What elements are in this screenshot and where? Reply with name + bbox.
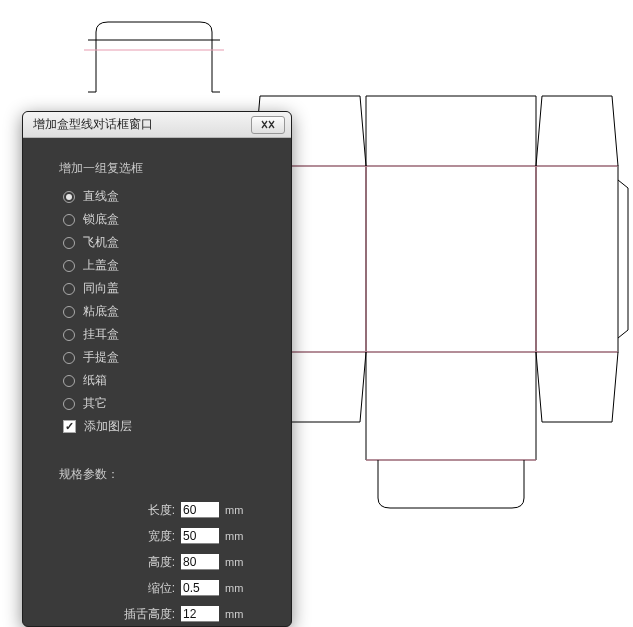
unit-label: mm [225,582,245,594]
radio-icon [63,214,75,226]
dialog-body: 增加一组复选框 直线盒 锁底盒 飞机盒 上盖盒 同向盖 [23,138,291,627]
radio-icon [63,306,75,318]
param-label: 缩位: [148,580,175,597]
option-label: 直线盒 [83,188,119,205]
dialog-titlebar[interactable]: 增加盒型线对话框窗口 [23,112,291,138]
radio-icon [63,329,75,341]
param-length: 长度: mm [59,497,263,523]
option-label: 手提盒 [83,349,119,366]
option-label: 锁底盒 [83,211,119,228]
option-6[interactable]: 挂耳盒 [63,323,263,346]
param-label: 宽度: [148,528,175,545]
dialog-title: 增加盒型线对话框窗口 [33,116,251,133]
close-icon [261,120,275,129]
radio-icon [63,398,75,410]
option-3[interactable]: 上盖盒 [63,254,263,277]
svg-rect-3 [366,166,536,352]
option-label: 粘底盒 [83,303,119,320]
param-height: 高度: mm [59,549,263,575]
radio-icon [63,237,75,249]
param-tongue: 插舌高度: mm [59,601,263,627]
unit-label: mm [225,504,245,516]
option-1[interactable]: 锁底盒 [63,208,263,231]
group-label: 增加一组复选框 [59,160,263,177]
param-shrink: 缩位: mm [59,575,263,601]
params-label: 规格参数： [59,466,263,483]
add-layer-label: 添加图层 [84,418,132,435]
param-label: 插舌高度: [124,606,175,623]
radio-icon [63,191,75,203]
option-label: 挂耳盒 [83,326,119,343]
svg-rect-4 [536,166,618,352]
checkbox-icon [63,420,76,433]
unit-label: mm [225,608,245,620]
option-label: 飞机盒 [83,234,119,251]
param-label: 长度: [148,502,175,519]
param-width: 宽度: mm [59,523,263,549]
option-8[interactable]: 纸箱 [63,369,263,392]
option-4[interactable]: 同向盖 [63,277,263,300]
option-5[interactable]: 粘底盒 [63,300,263,323]
radio-icon [63,352,75,364]
unit-label: mm [225,530,245,542]
option-label: 其它 [83,395,107,412]
option-label: 同向盖 [83,280,119,297]
length-input[interactable] [181,502,219,518]
option-0[interactable]: 直线盒 [63,185,263,208]
tongue-input[interactable] [181,606,219,622]
radio-icon [63,375,75,387]
height-input[interactable] [181,554,219,570]
radio-icon [63,260,75,272]
box-type-options: 直线盒 锁底盒 飞机盒 上盖盒 同向盖 粘底盒 [63,185,263,438]
param-label: 高度: [148,554,175,571]
option-2[interactable]: 飞机盒 [63,231,263,254]
option-7[interactable]: 手提盒 [63,346,263,369]
shrink-input[interactable] [181,580,219,596]
unit-label: mm [225,556,245,568]
close-button[interactable] [251,116,285,134]
option-label: 纸箱 [83,372,107,389]
add-box-dialog: 增加盒型线对话框窗口 增加一组复选框 直线盒 锁底盒 飞机盒 上盖 [22,111,292,627]
option-9[interactable]: 其它 [63,392,263,415]
radio-icon [63,283,75,295]
width-input[interactable] [181,528,219,544]
option-label: 上盖盒 [83,257,119,274]
add-layer-checkbox-row[interactable]: 添加图层 [63,415,263,438]
